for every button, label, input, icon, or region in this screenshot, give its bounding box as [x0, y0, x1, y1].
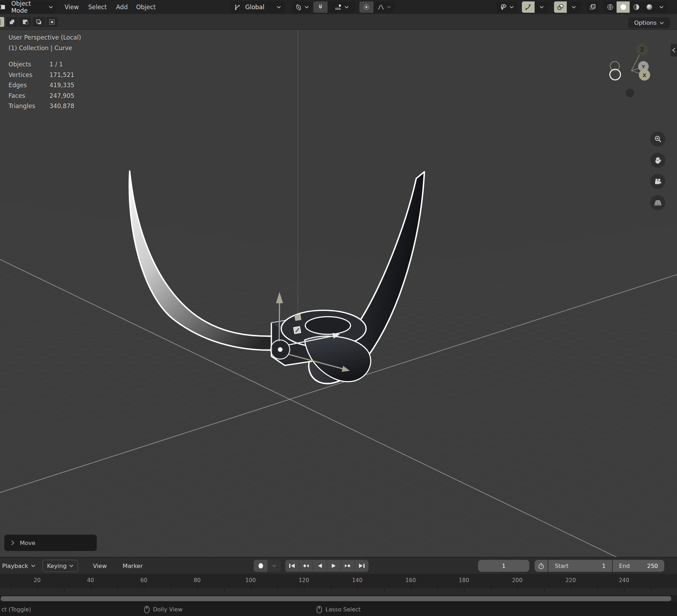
- timeline-menu-marker[interactable]: Marker: [123, 557, 143, 574]
- orientation-dropdown[interactable]: Global: [230, 1, 285, 13]
- ruler-frame-label: 220: [565, 577, 576, 583]
- view-name: User Perspective (Local): [8, 34, 81, 45]
- falloff-dropdown[interactable]: [373, 1, 395, 13]
- gizmos-toggle[interactable]: [522, 1, 535, 13]
- shading-wireframe-button[interactable]: [604, 1, 617, 13]
- timeline-menu-keying[interactable]: Keying: [42, 560, 78, 572]
- play-button[interactable]: [327, 560, 341, 572]
- show-gizmo-dropdown[interactable]: [496, 1, 518, 13]
- menu-add[interactable]: Add: [116, 0, 128, 14]
- auto-keying-dropdown[interactable]: [267, 560, 281, 572]
- prev-keyframe-icon: [302, 562, 310, 570]
- current-frame-field[interactable]: 1: [478, 560, 529, 572]
- menu-select[interactable]: Select: [88, 0, 107, 14]
- chevron-down-icon: [345, 6, 349, 8]
- wireframe-sphere-icon: [606, 3, 614, 11]
- auto-keying-toggle[interactable]: [254, 560, 267, 572]
- ruler-tick: [251, 588, 251, 591]
- jump-to-start-button[interactable]: [285, 560, 299, 572]
- 3d-viewport[interactable]: Z Y X User Perspective (Local) (1) Colle…: [0, 30, 677, 557]
- chevron-down-icon: [387, 6, 391, 8]
- timeline-menu-playback[interactable]: Playback: [2, 557, 35, 574]
- ruler-tick: [597, 588, 598, 591]
- play-reverse-button[interactable]: [313, 560, 327, 572]
- start-label: Start: [555, 563, 569, 569]
- next-keyframe-button[interactable]: [341, 560, 355, 572]
- scrollbar-thumb[interactable]: [1, 596, 671, 601]
- orientation-label: Global: [245, 4, 273, 11]
- start-value: 1: [602, 563, 606, 569]
- select-set-icon: [0, 18, 2, 25]
- gizmo-plane-handle[interactable]: [294, 327, 301, 334]
- overlays-toggle[interactable]: [554, 1, 567, 13]
- prev-keyframe-button[interactable]: [299, 560, 313, 572]
- shading-solid-button[interactable]: [617, 1, 630, 13]
- transform-axes-icon: [234, 3, 242, 11]
- timeline-menu-view[interactable]: View: [93, 557, 107, 574]
- navigation-gizmo[interactable]: Z Y X: [610, 43, 650, 97]
- select-mode-subtract-button[interactable]: [19, 17, 31, 27]
- use-preview-range-toggle[interactable]: [535, 560, 548, 572]
- shading-material-button[interactable]: [630, 1, 643, 13]
- pan-button[interactable]: [650, 153, 665, 168]
- solid-sphere-icon: [619, 3, 627, 11]
- ruler-frame-label: 100: [245, 577, 256, 583]
- axis-neg-x-ball[interactable]: [610, 69, 620, 80]
- xray-toggle[interactable]: [587, 1, 599, 13]
- ruler-tick: [437, 588, 438, 591]
- options-dropdown[interactable]: Options: [628, 17, 670, 28]
- mode-dropdown[interactable]: Object Mode: [6, 1, 57, 13]
- chevron-down-icon: [660, 22, 664, 24]
- shading-rendered-button[interactable]: [643, 1, 656, 13]
- zoom-button[interactable]: [650, 131, 665, 147]
- jump-start-icon: [288, 562, 296, 570]
- ruler-tick: [90, 588, 91, 591]
- end-frame-field[interactable]: End 250: [613, 560, 664, 572]
- timeline-ruler[interactable]: 20406080100120140160180200220240: [0, 574, 677, 588]
- axis-neg-z-ball[interactable]: [626, 89, 634, 97]
- editor-type-icon: [0, 4, 6, 11]
- select-mode-intersect-button[interactable]: [46, 17, 58, 27]
- mouse-icon: [317, 606, 322, 614]
- select-mode-extend-button[interactable]: [6, 17, 18, 27]
- start-frame-field[interactable]: Start 1: [548, 560, 612, 572]
- ruler-frame-label: 140: [352, 577, 363, 583]
- shading-dropdown[interactable]: [656, 1, 667, 13]
- select-mode-set-button[interactable]: [0, 17, 4, 27]
- ruler-frame-label: 60: [140, 577, 147, 583]
- ruler-tick: [117, 588, 118, 591]
- proportional-edit-toggle[interactable]: [359, 1, 373, 13]
- ruler-frame-label: 240: [619, 577, 629, 583]
- toggle-perspective-button[interactable]: [650, 195, 665, 210]
- options-label: Options: [634, 19, 657, 26]
- ruler-tick: [197, 588, 198, 591]
- snap-settings-dropdown[interactable]: [328, 1, 355, 13]
- gizmos-dropdown[interactable]: [535, 1, 549, 13]
- menu-object[interactable]: Object: [136, 0, 156, 14]
- overlays-dropdown[interactable]: [567, 1, 581, 13]
- status-hint-dolly: Dolly View: [144, 603, 183, 616]
- chevron-down-icon: [49, 6, 53, 8]
- ruler-tick: [144, 588, 145, 591]
- sidebar-toggle-tab[interactable]: [671, 44, 677, 57]
- gizmo-plane-handle[interactable]: [295, 314, 301, 321]
- viewport-header: Object Mode View Select Add Object Globa…: [0, 0, 677, 14]
- ruler-tick: [171, 588, 171, 591]
- pivot-point-dropdown[interactable]: [292, 1, 312, 13]
- snap-toggle[interactable]: [313, 1, 328, 13]
- select-intersect-icon: [48, 18, 55, 25]
- select-mode-difference-button[interactable]: [33, 17, 45, 27]
- menu-view[interactable]: View: [64, 0, 80, 14]
- operator-panel-move[interactable]: Move: [4, 535, 97, 551]
- timeline-scrollbar[interactable]: [0, 595, 677, 602]
- ruler-tick: [571, 588, 571, 591]
- camera-view-button[interactable]: [650, 174, 665, 189]
- next-keyframe-icon: [344, 562, 352, 570]
- chevron-down-icon: [69, 564, 73, 567]
- play-icon: [330, 562, 338, 570]
- transport-controls: [285, 560, 369, 572]
- ruler-tick: [11, 588, 11, 591]
- jump-to-end-button[interactable]: [355, 560, 369, 572]
- ruler-tick: [37, 588, 38, 591]
- viewport-info-overlay: User Perspective (Local) (1) Collection …: [8, 34, 81, 113]
